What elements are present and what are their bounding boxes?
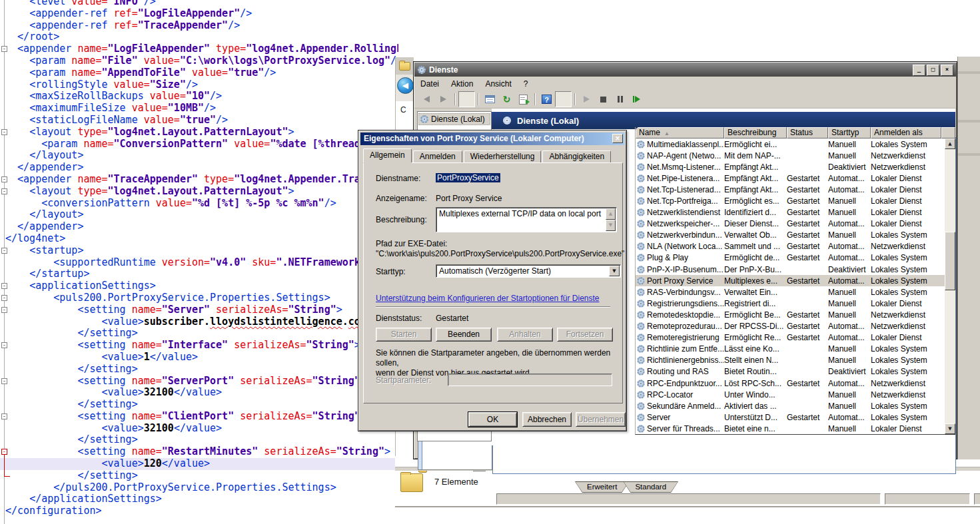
dienstname-value[interactable]: PortProxyService (436, 173, 500, 182)
table-row[interactable]: PnP-X-IP-Busenum...Der PnP-X-Bu...Deakti… (636, 264, 945, 275)
code-line[interactable]: <appender-ref ref="TraceAppender"/> (0, 20, 398, 32)
menu-hilfe[interactable]: ? (518, 78, 534, 90)
code-line[interactable]: <setting name="RestartMinutes" serialize… (0, 446, 398, 458)
table-row[interactable]: Richtlinie zum Entfe...Lässt eine Ko...M… (636, 344, 945, 355)
scroll-up-button[interactable]: ▲ (606, 208, 616, 220)
tree-item-dienste-lokal[interactable]: Dienste (Lokal) (418, 113, 490, 125)
properties-button[interactable] (482, 91, 498, 107)
table-row[interactable]: RPC-Endpunktzuor...Löst RPC-Sch...Gestar… (636, 378, 945, 389)
fold-marker-icon[interactable]: - (1, 307, 7, 313)
table-row[interactable]: RemoteregistrierungErmöglicht Re...Gesta… (636, 332, 945, 344)
scroll-down-button[interactable]: ▼ (945, 423, 955, 434)
code-line[interactable]: <applicationSettings> (0, 280, 398, 292)
code-line[interactable]: <setting name="Server" serializeAs="Stri… (0, 304, 398, 316)
textarea-scrollbar[interactable]: ▲ ▼ (606, 208, 616, 231)
forward-button[interactable] (435, 91, 452, 107)
column-header-anmelden-als[interactable]: Anmelden als (871, 127, 941, 138)
code-line[interactable]: <setting name="Interface" serializeAs="S… (0, 340, 398, 352)
abbrechen-button[interactable]: Abbrechen (522, 412, 572, 427)
table-row[interactable]: Routing und RASBietet Routin...Deaktivie… (636, 366, 945, 378)
table-row[interactable]: Remoteprozedurau...Der RPCSS-Di...Gestar… (636, 321, 945, 332)
table-row[interactable]: Remotedesktopdie...Ermöglicht Be...Gesta… (636, 309, 945, 320)
code-line[interactable]: <startup> (0, 245, 398, 257)
fold-marker-icon[interactable]: - (1, 188, 7, 194)
uebernehmen-button[interactable]: Übernehmen (576, 412, 626, 427)
export-list-button[interactable] (515, 91, 532, 107)
code-line[interactable]: </applicationSettings> (0, 493, 398, 505)
code-line[interactable]: <puls200.PortProxyService.Properties.Set… (0, 292, 398, 304)
table-row[interactable]: NetzwerklistendienstIdentifiziert d...Ge… (636, 207, 945, 218)
code-line[interactable]: </setting> (0, 328, 398, 340)
code-line[interactable]: <setting name="ServerPort" serializeAs="… (0, 376, 398, 388)
code-line[interactable]: <supportedRuntime version="v4.0" sku=".N… (0, 257, 398, 269)
code-line[interactable]: <value>1</value> (0, 352, 398, 364)
refresh-button[interactable]: ↻ (498, 91, 515, 107)
starttyp-dropdown[interactable]: Automatisch (Verzögerter Start) ▼ (436, 264, 621, 278)
code-line[interactable]: <conversionPattern value="%d [%t] %-5p %… (0, 198, 398, 210)
code-line[interactable]: <layout type="log4net.Layout.PatternLayo… (0, 127, 398, 138)
ok-button[interactable]: OK (468, 412, 517, 427)
code-line[interactable]: </root> (0, 31, 398, 43)
minimize-button[interactable]: _ (913, 65, 925, 76)
services-window-titlebar[interactable]: Dienste _ □ × (414, 63, 956, 77)
fold-marker-icon[interactable]: - (1, 413, 7, 419)
code-line[interactable]: </setting> (0, 470, 398, 482)
beschreibung-field[interactable]: Multiplexes external TCP/IP data on loca… (436, 207, 617, 232)
back-button[interactable] (418, 91, 435, 107)
table-row[interactable]: Net.Tcp-Listenerad...Empfängt Akt...Gest… (636, 184, 945, 195)
fold-marker-icon[interactable]: - (1, 449, 7, 455)
table-row[interactable]: Multimediaklassenpl...Ermöglicht ei...Ma… (636, 138, 945, 150)
code-line[interactable]: </puls200.PortProxyService.Properties.Se… (0, 482, 398, 494)
dialog-titlebar[interactable]: Eigenschaften von Port Proxy Service (Lo… (360, 132, 624, 145)
scroll-down-button[interactable]: ▼ (606, 220, 616, 231)
table-row[interactable]: NLA (Network Loca...Sammelt und ...Gesta… (636, 241, 945, 252)
fold-marker-icon[interactable]: - (1, 378, 7, 384)
code-line[interactable]: </appender> (0, 221, 398, 233)
code-line[interactable]: <staticLogFileName value="true"/> (0, 115, 398, 127)
table-row[interactable]: Plug & PlayErmöglicht de...GestartetAuto… (636, 252, 945, 264)
scroll-up-button[interactable]: ▲ (945, 138, 955, 149)
startparameter-input[interactable] (448, 374, 612, 386)
code-line[interactable]: </appender> (0, 162, 398, 174)
code-line[interactable]: <value>32100</value> (0, 387, 398, 399)
fold-marker-icon[interactable]: - (1, 248, 7, 254)
column-header-beschreibung[interactable]: Beschreibung (724, 127, 787, 138)
table-row[interactable]: Port Proxy ServiceMultiplexes e...Gestar… (636, 275, 945, 286)
table-row[interactable]: Netzwerkverbindun...Verwaltet Ob...Gesta… (636, 230, 945, 241)
code-line[interactable]: </log4net> (0, 233, 398, 245)
menu-ansicht[interactable]: Ansicht (479, 78, 517, 90)
beenden-button[interactable]: Beenden (436, 328, 492, 342)
xml-code-editor[interactable]: ------------ <level value="INFO"/> <appe… (0, 0, 398, 524)
tab-anmelden[interactable]: Anmelden (413, 150, 462, 162)
code-line[interactable]: </setting> (0, 364, 398, 376)
starten-button[interactable]: Starten (376, 328, 432, 342)
column-header-name[interactable]: Name▲ (636, 127, 724, 138)
table-row[interactable]: Server für Threads...Bietet eine n...Man… (636, 423, 945, 434)
fold-marker-icon[interactable]: - (1, 342, 7, 348)
code-line[interactable]: <layout type="log4net.Layout.PatternLayo… (0, 186, 398, 198)
table-row[interactable]: NAP-Agent (Netwo...Mit dem NAP-...Manuel… (636, 150, 945, 161)
tab-abhaengigkeiten[interactable]: Abhängigkeiten (542, 150, 611, 162)
code-line[interactable]: <param name="File" value="C:\work\logs\P… (0, 55, 398, 67)
code-line[interactable]: <param name="AppendToFile" value="true"/… (0, 67, 398, 79)
explorer-back-button[interactable]: ◀ (397, 77, 414, 94)
table-row[interactable]: Registrierungsdiens...Registriert di...M… (636, 298, 945, 309)
code-line[interactable]: </setting> (0, 399, 398, 411)
fold-marker-icon[interactable]: - (1, 46, 7, 52)
column-header-starttyp[interactable]: Starttyp (828, 127, 871, 138)
menu-datei[interactable]: Datei (414, 78, 445, 90)
scrollbar-thumb[interactable] (945, 232, 955, 290)
startoptionen-help-link[interactable]: Unterstützung beim Konfigurieren der Sta… (376, 294, 600, 303)
code-line[interactable]: <setting name="ClientPort" serializeAs="… (0, 411, 398, 423)
table-row[interactable]: Net.Msmq-Listener...Empfängt Akt...Deakt… (636, 161, 945, 172)
menu-aktion[interactable]: Aktion (445, 78, 479, 90)
code-line[interactable]: <value>120</value> (0, 458, 398, 470)
start-service-button[interactable] (578, 91, 595, 107)
fold-marker-icon[interactable]: - (1, 129, 7, 135)
pause-service-button[interactable] (612, 91, 628, 107)
code-line[interactable]: <appender name="TraceAppender" type="log… (0, 174, 398, 186)
code-line[interactable]: <appender-ref ref="LogFileAppender"/> (0, 8, 398, 20)
code-line[interactable]: </layout> (0, 150, 398, 162)
table-row[interactable]: ServerUnterstützt D...GestartetAutomat..… (636, 411, 945, 423)
help-button[interactable]: ? (538, 91, 555, 107)
